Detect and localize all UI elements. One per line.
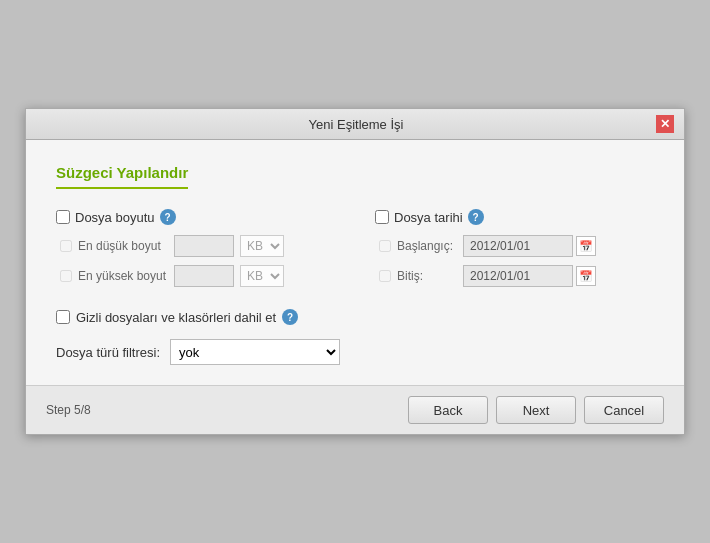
filedate-col: Dosya tarihi ? Başlangıç: 2012/01/01 📅 (375, 209, 654, 295)
start-date-checkbox[interactable] (379, 240, 391, 252)
filedate-header: Dosya tarihi ? (375, 209, 654, 225)
filetype-row: Dosya türü filtresi: yok Resimler Videol… (56, 339, 654, 365)
filedate-label: Dosya tarihi (394, 210, 463, 225)
filedate-checkbox[interactable] (375, 210, 389, 224)
filetype-select[interactable]: yok Resimler Videolar Ses Belgeler (170, 339, 340, 365)
start-date-wrapper: 2012/01/01 📅 (463, 235, 596, 257)
hidden-files-help-icon[interactable]: ? (282, 309, 298, 325)
end-date-checkbox[interactable] (379, 270, 391, 282)
footer-buttons: Back Next Cancel (408, 396, 664, 424)
section-title: Süzgeci Yapılandır (56, 164, 654, 209)
max-size-row: En yüksek boyut KB MB GB (60, 265, 335, 287)
min-size-unit-select[interactable]: KB MB GB (240, 235, 284, 257)
max-size-unit-select[interactable]: KB MB GB (240, 265, 284, 287)
min-size-checkbox[interactable] (60, 240, 72, 252)
start-date-calendar-icon[interactable]: 📅 (576, 236, 596, 256)
min-size-row: En düşük boyut KB MB GB (60, 235, 335, 257)
filetype-label: Dosya türü filtresi: (56, 345, 160, 360)
title-bar: Yeni Eşitleme İşi ✕ (26, 109, 684, 140)
next-button[interactable]: Next (496, 396, 576, 424)
step-indicator: Step 5/8 (46, 403, 91, 417)
end-date-wrapper: 2012/01/01 📅 (463, 265, 596, 287)
main-dialog: Yeni Eşitleme İşi ✕ Süzgeci Yapılandır D… (25, 108, 685, 435)
end-date-label: Bitiş: (397, 269, 457, 283)
hidden-files-row: Gizli dosyaları ve klasörleri dahil et ? (56, 309, 654, 325)
start-date-display: 2012/01/01 (463, 235, 573, 257)
end-date-display: 2012/01/01 (463, 265, 573, 287)
end-date-calendar-icon[interactable]: 📅 (576, 266, 596, 286)
dialog-body: Süzgeci Yapılandır Dosya boyutu ? En düş… (26, 140, 684, 385)
end-date-row: Bitiş: 2012/01/01 📅 (379, 265, 654, 287)
dialog-title: Yeni Eşitleme İşi (56, 117, 656, 132)
close-button[interactable]: ✕ (656, 115, 674, 133)
filesize-help-icon[interactable]: ? (160, 209, 176, 225)
filesize-col: Dosya boyutu ? En düşük boyut KB MB GB E… (56, 209, 335, 295)
start-date-label: Başlangıç: (397, 239, 457, 253)
filesize-label: Dosya boyutu (75, 210, 155, 225)
min-size-input[interactable] (174, 235, 234, 257)
cancel-button[interactable]: Cancel (584, 396, 664, 424)
back-button[interactable]: Back (408, 396, 488, 424)
dialog-footer: Step 5/8 Back Next Cancel (26, 385, 684, 434)
start-date-row: Başlangıç: 2012/01/01 📅 (379, 235, 654, 257)
max-size-checkbox[interactable] (60, 270, 72, 282)
filters-row: Dosya boyutu ? En düşük boyut KB MB GB E… (56, 209, 654, 295)
filesize-checkbox[interactable] (56, 210, 70, 224)
filedate-help-icon[interactable]: ? (468, 209, 484, 225)
max-size-label: En yüksek boyut (78, 269, 168, 283)
hidden-files-label: Gizli dosyaları ve klasörleri dahil et (76, 310, 276, 325)
hidden-files-checkbox[interactable] (56, 310, 70, 324)
min-size-label: En düşük boyut (78, 239, 168, 253)
filesize-header: Dosya boyutu ? (56, 209, 335, 225)
max-size-input[interactable] (174, 265, 234, 287)
